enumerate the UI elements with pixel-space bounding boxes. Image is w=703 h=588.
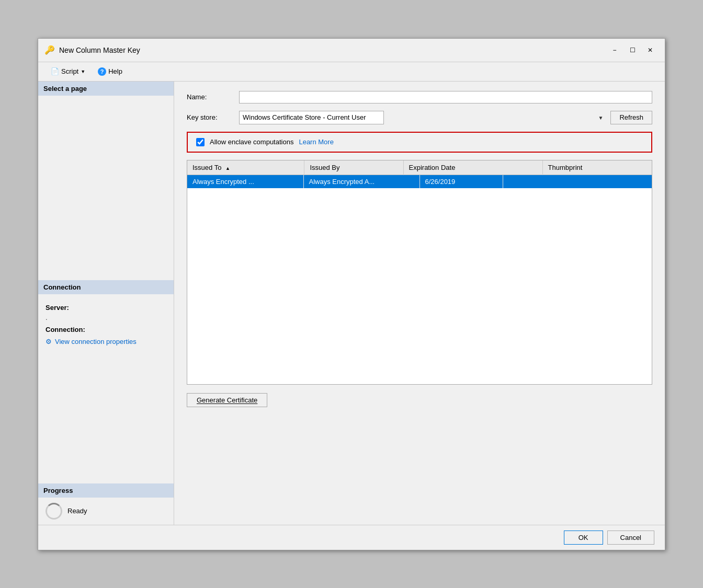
table-row[interactable]: Always Encrypted ... Always Encrypted A.… bbox=[187, 175, 652, 188]
help-button[interactable]: ? Help bbox=[94, 65, 127, 78]
ok-button[interactable]: OK bbox=[564, 531, 603, 545]
close-button[interactable]: ✕ bbox=[642, 43, 659, 57]
progress-spinner bbox=[46, 503, 62, 520]
view-link-label: View connection properties bbox=[55, 338, 137, 345]
script-icon: 📄 bbox=[51, 67, 59, 75]
col-expiration-date-label: Expiration Date bbox=[409, 164, 456, 171]
connection-content: Server: . Connection: ⚙ View connection … bbox=[38, 298, 174, 483]
dialog-footer: OK Cancel bbox=[38, 525, 665, 550]
title-bar: 🔑 New Column Master Key − ☐ ✕ bbox=[38, 39, 665, 62]
connection-properties-icon: ⚙ bbox=[46, 338, 52, 345]
help-label: Help bbox=[108, 67, 122, 75]
cancel-button[interactable]: Cancel bbox=[607, 531, 654, 545]
certificate-table-container: Issued To ▲ Issued By Expiration Date Th… bbox=[187, 160, 652, 385]
cell-expiration-date: 6/26/2019 bbox=[419, 175, 503, 188]
col-issued-by[interactable]: Issued By bbox=[304, 160, 403, 175]
dialog-body: Select a page Connection Server: . Conne… bbox=[38, 82, 665, 525]
name-label: Name: bbox=[187, 93, 239, 101]
learn-more-link[interactable]: Learn More bbox=[299, 138, 333, 146]
enclave-box: Allow enclave computations Learn More bbox=[187, 132, 652, 153]
refresh-button[interactable]: Refresh bbox=[610, 111, 652, 124]
server-value: . bbox=[46, 314, 166, 321]
progress-header: Progress bbox=[38, 483, 174, 498]
toolbar: 📄 Script ▼ ? Help bbox=[38, 62, 665, 82]
name-row: Name: bbox=[187, 91, 652, 103]
cert-table-body: Always Encrypted ... Always Encrypted A.… bbox=[187, 175, 652, 188]
select-page-content bbox=[38, 96, 174, 281]
script-dropdown-icon: ▼ bbox=[81, 69, 85, 74]
title-bar-left: 🔑 New Column Master Key bbox=[44, 45, 140, 55]
certificate-table: Issued To ▲ Issued By Expiration Date Th… bbox=[187, 160, 652, 175]
col-issued-by-label: Issued By bbox=[310, 164, 339, 171]
enclave-label: Allow enclave computations bbox=[210, 138, 293, 146]
left-panel: Select a page Connection Server: . Conne… bbox=[38, 82, 174, 525]
view-connection-link[interactable]: ⚙ View connection properties bbox=[46, 338, 166, 345]
title-bar-controls: − ☐ ✕ bbox=[606, 43, 659, 57]
keystore-dropdown-arrow: ▼ bbox=[598, 114, 604, 120]
keystore-row: Key store: Windows Certificate Store - C… bbox=[187, 111, 652, 124]
progress-status: Ready bbox=[67, 507, 87, 515]
enclave-checkbox[interactable] bbox=[196, 138, 205, 146]
cell-thumbprint bbox=[503, 175, 652, 188]
sort-arrow-issued-to: ▲ bbox=[225, 166, 230, 171]
keystore-wrapper: Windows Certificate Store - Current User… bbox=[239, 111, 652, 124]
col-issued-to[interactable]: Issued To ▲ bbox=[187, 160, 304, 175]
connection-header: Connection bbox=[38, 280, 174, 294]
table-header-row: Issued To ▲ Issued By Expiration Date Th… bbox=[187, 160, 652, 175]
server-label: Server: bbox=[46, 304, 166, 312]
right-panel: Name: Key store: Windows Certificate Sto… bbox=[174, 82, 665, 525]
keystore-select[interactable]: Windows Certificate Store - Current User… bbox=[239, 111, 384, 124]
col-thumbprint-label: Thumbprint bbox=[548, 164, 583, 171]
generate-certificate-button[interactable]: Generate Certificate bbox=[187, 393, 267, 407]
progress-content: Ready bbox=[38, 498, 174, 525]
maximize-button[interactable]: ☐ bbox=[624, 43, 641, 57]
dialog-window: 🔑 New Column Master Key − ☐ ✕ 📄 Script ▼… bbox=[38, 38, 665, 550]
select-page-header: Select a page bbox=[38, 82, 174, 96]
cell-issued-to: Always Encrypted ... bbox=[187, 175, 303, 188]
col-thumbprint[interactable]: Thumbprint bbox=[542, 160, 652, 175]
cell-issued-by: Always Encrypted A... bbox=[303, 175, 419, 188]
cert-table-body-area: Always Encrypted ... Always Encrypted A.… bbox=[187, 175, 652, 384]
script-label: Script bbox=[61, 67, 78, 75]
window-icon: 🔑 bbox=[44, 45, 55, 55]
name-input[interactable] bbox=[239, 91, 652, 103]
script-button[interactable]: 📄 Script ▼ bbox=[47, 65, 89, 77]
col-expiration-date[interactable]: Expiration Date bbox=[403, 160, 542, 175]
minimize-button[interactable]: − bbox=[606, 43, 623, 57]
col-issued-to-label: Issued To bbox=[192, 164, 221, 171]
keystore-label: Key store: bbox=[187, 113, 239, 121]
connection-label: Connection: bbox=[46, 326, 166, 333]
table-body: Always Encrypted ... Always Encrypted A.… bbox=[187, 175, 652, 188]
window-title: New Column Master Key bbox=[59, 46, 140, 54]
help-icon: ? bbox=[98, 67, 106, 76]
keystore-select-wrapper: Windows Certificate Store - Current User… bbox=[239, 111, 606, 124]
